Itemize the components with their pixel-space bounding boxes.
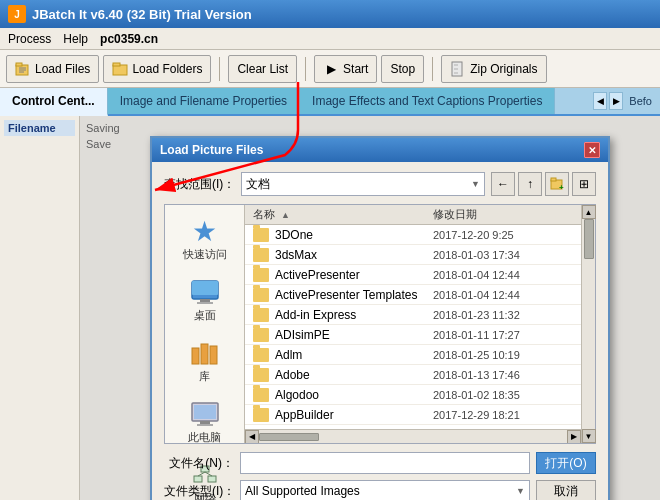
location-row: 查找范围(I)： 文档 ▼ ← ↑ [164, 172, 596, 196]
open-button[interactable]: 打开(O) [536, 452, 596, 474]
table-row[interactable]: AppBuilder 2017-12-29 18:21 [245, 405, 581, 425]
svg-rect-26 [208, 476, 216, 482]
col-name-header[interactable]: 名称 ▲ [253, 207, 433, 222]
table-row[interactable]: ActivePresenter 2018-01-04 12:44 [245, 265, 581, 285]
svg-text:+: + [559, 183, 564, 191]
folder-icon [253, 228, 269, 242]
vertical-scrollbar[interactable]: ▲ ▼ [581, 205, 595, 443]
zip-originals-button[interactable]: Zip Originals [441, 55, 546, 83]
clear-list-label: Clear List [237, 62, 288, 76]
tab-nav-right[interactable]: ▶ [609, 92, 623, 110]
location-dropdown[interactable]: 文档 ▼ [241, 172, 485, 196]
file-date: 2018-01-25 10:19 [433, 349, 573, 361]
svg-rect-25 [194, 476, 202, 482]
tab-control-center[interactable]: Control Cent... [0, 88, 108, 116]
svg-rect-8 [454, 64, 458, 66]
table-row[interactable]: Add-in Express 2018-01-23 11:32 [245, 305, 581, 325]
dialog-body: 查找范围(I)： 文档 ▼ ← ↑ [152, 162, 608, 500]
table-row[interactable]: Algodoo 2018-01-02 18:35 [245, 385, 581, 405]
file-date: 2017-12-20 9:25 [433, 229, 573, 241]
menu-process[interactable]: Process [8, 32, 51, 46]
folder-icon [253, 308, 269, 322]
table-row[interactable]: ActivePresenter Templates 2018-01-04 12:… [245, 285, 581, 305]
load-folders-label: Load Folders [132, 62, 202, 76]
clear-list-button[interactable]: Clear List [228, 55, 297, 83]
svg-rect-24 [197, 424, 213, 426]
svg-line-29 [205, 472, 212, 476]
table-row[interactable]: Adobe 2018-01-13 17:46 [245, 365, 581, 385]
app-icon: J [8, 5, 26, 23]
watermark: pc0359.cn [100, 32, 158, 46]
quick-desktop-item[interactable]: 桌面 [185, 274, 225, 327]
table-row[interactable]: ADIsimPE 2018-01-11 17:27 [245, 325, 581, 345]
table-row[interactable]: Adlm 2018-01-25 10:19 [245, 345, 581, 365]
cancel-button[interactable]: 取消 [536, 480, 596, 500]
menu-bar: Process Help pc0359.cn [0, 28, 660, 50]
quick-access-panel: ★ 快速访问 [165, 205, 245, 443]
menu-help[interactable]: Help [63, 32, 88, 46]
quick-desktop-label: 桌面 [194, 308, 216, 323]
svg-rect-16 [200, 299, 210, 302]
file-name: Adobe [275, 368, 433, 382]
stop-button[interactable]: Stop [381, 55, 424, 83]
main-area: Filename Saving Save Load Picture Files … [0, 116, 660, 500]
file-date: 2018-01-04 12:44 [433, 269, 573, 281]
scroll-down[interactable]: ▼ [582, 429, 596, 443]
file-list[interactable]: 3DOne 2017-12-20 9:25 3dsMax 2018-01-03 … [245, 225, 581, 429]
svg-rect-9 [454, 68, 458, 70]
file-date: 2017-12-29 18:21 [433, 409, 573, 421]
zip-icon [450, 61, 466, 77]
scroll-up[interactable]: ▲ [582, 205, 596, 219]
nav-back-button[interactable]: ← [491, 172, 515, 196]
file-date: 2018-01-11 17:27 [433, 329, 573, 341]
scroll-thumb[interactable] [584, 219, 594, 259]
load-files-button[interactable]: Load Files [6, 55, 99, 83]
tab-nav-left[interactable]: ◀ [593, 92, 607, 110]
filename-row: 文件名(N)： 打开(O) [164, 452, 596, 474]
content-area: Saving Save Load Picture Files ✕ 查找范围(I)… [80, 116, 660, 500]
col-date-header: 修改日期 [433, 207, 573, 222]
before-label: Befo [625, 95, 656, 107]
file-name: Add-in Express [275, 308, 433, 322]
scroll-right[interactable]: ▶ [567, 430, 581, 444]
file-name: ADIsimPE [275, 328, 433, 342]
table-row[interactable]: 3dsMax 2018-01-03 17:34 [245, 245, 581, 265]
scroll-track[interactable] [583, 219, 595, 429]
start-button[interactable]: ▶ Start [314, 55, 377, 83]
quick-access-item[interactable]: ★ 快速访问 [179, 213, 231, 266]
sort-arrow: ▲ [281, 210, 290, 220]
tab-bar: Control Cent... Image and Filename Prope… [0, 88, 660, 116]
dialog-close-button[interactable]: ✕ [584, 142, 600, 158]
view-toggle-button[interactable]: ⊞ [572, 172, 596, 196]
load-folders-button[interactable]: Load Folders [103, 55, 211, 83]
quick-library-item[interactable]: 库 [185, 335, 225, 388]
svg-rect-19 [201, 344, 208, 364]
app-title: JBatch It v6.40 (32 Bit) Trial Version [32, 7, 252, 22]
filename-input[interactable] [240, 452, 530, 474]
file-name: ActivePresenter [275, 268, 433, 282]
filetype-dropdown-arrow: ▼ [516, 486, 525, 496]
svg-rect-10 [454, 72, 458, 74]
nav-up-button[interactable]: ↑ [518, 172, 542, 196]
tab-image-effects[interactable]: Image Effects and Text Captions Properti… [300, 88, 555, 114]
folder-icon [253, 348, 269, 362]
scroll-left[interactable]: ◀ [245, 430, 259, 444]
file-name: Algodoo [275, 388, 433, 402]
toolbar-separator-2 [305, 57, 306, 81]
svg-rect-6 [113, 63, 120, 66]
file-list-header: 名称 ▲ 修改日期 [245, 205, 581, 225]
quick-access-label: 快速访问 [183, 247, 227, 262]
svg-rect-22 [194, 405, 216, 419]
folder-icon [253, 248, 269, 262]
toolbar: Load Files Load Folders Clear List ▶ Sta… [0, 50, 660, 88]
dialog-title-bar: Load Picture Files ✕ [152, 138, 608, 162]
filetype-dropdown[interactable]: All Supported Images ▼ [240, 480, 530, 500]
tab-image-filename[interactable]: Image and Filename Properties [108, 88, 300, 114]
folder-icon [253, 288, 269, 302]
table-row[interactable]: 3DOne 2017-12-20 9:25 [245, 225, 581, 245]
svg-rect-12 [551, 178, 556, 181]
new-folder-button[interactable]: + [545, 172, 569, 196]
quick-computer-item[interactable]: 此电脑 [184, 396, 225, 449]
file-name: 3DOne [275, 228, 433, 242]
horizontal-scrollbar[interactable]: ◀ ▶ [245, 429, 581, 443]
